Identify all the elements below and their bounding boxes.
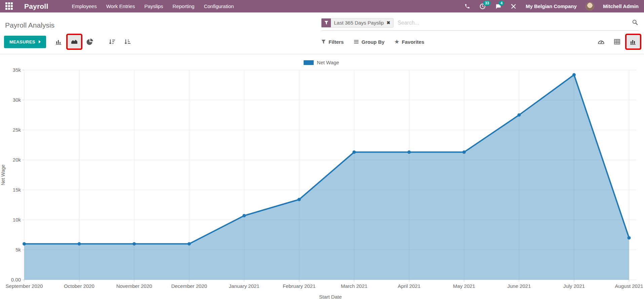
payroll-analysis-screen: Payroll Employees Work Entries Payslips … (0, 0, 644, 300)
facet-remove-icon[interactable]: ✖ (386, 20, 390, 25)
svg-text:July 2021: July 2021 (563, 283, 585, 289)
chevron-right-icon (39, 40, 41, 43)
svg-text:0.00: 0.00 (11, 277, 21, 282)
svg-text:25k: 25k (13, 127, 21, 133)
svg-text:February 2021: February 2021 (283, 283, 316, 289)
group-by-label: Group By (362, 39, 384, 45)
facet-label: Last 365 Days Payslip (334, 20, 384, 26)
search-menus: Filters Group By ★ Favorites (321, 39, 424, 45)
chart-area: Net Wage 0.005k10k15k20k25k30k35kSeptemb… (0, 54, 644, 300)
activity-count-badge: 33 (483, 1, 491, 6)
svg-text:January 2021: January 2021 (229, 283, 260, 289)
svg-text:Start Date: Start Date (319, 294, 342, 300)
menu-reporting[interactable]: Reporting (173, 3, 194, 9)
svg-text:30k: 30k (13, 97, 21, 103)
messages-icon[interactable]: 4 (495, 3, 501, 10)
menu-configuration[interactable]: Configuration (204, 3, 234, 9)
filters-icon (321, 39, 326, 44)
favorites-menu[interactable]: ★ Favorites (394, 39, 424, 45)
svg-text:November 2020: November 2020 (116, 283, 152, 289)
phone-icon[interactable] (464, 3, 470, 10)
developer-tools-icon[interactable] (510, 3, 517, 10)
apps-grid-icon[interactable] (5, 2, 13, 10)
svg-text:May 2021: May 2021 (453, 283, 475, 289)
pie-chart-icon[interactable] (83, 35, 97, 48)
page-title: Payroll Analysis (5, 21, 54, 29)
svg-text:10k: 10k (13, 217, 21, 223)
topbar-systray: 33 4 My Belgian Company Mitchell Admin (464, 2, 639, 11)
measures-label: MEASURES (9, 39, 35, 44)
top-menu: Employees Work Entries Payslips Reportin… (72, 3, 234, 9)
user-avatar[interactable] (585, 2, 594, 11)
pivot-view-icon[interactable] (610, 35, 624, 48)
company-switcher[interactable]: My Belgian Company (526, 3, 577, 9)
svg-text:October 2020: October 2020 (64, 283, 94, 289)
favorites-label: Favorites (402, 39, 424, 45)
measures-button[interactable]: MEASURES (4, 36, 46, 48)
menu-work-entries[interactable]: Work Entries (106, 3, 135, 9)
search-bar: Last 365 Days Payslip ✖ (321, 17, 639, 31)
filters-menu[interactable]: Filters (321, 39, 344, 45)
activity-clock-icon[interactable]: 33 (479, 3, 486, 10)
graph-view-icon[interactable] (627, 35, 640, 48)
group-by-menu[interactable]: Group By (354, 39, 384, 45)
user-menu[interactable]: Mitchell Admin (603, 3, 639, 9)
svg-text:35k: 35k (13, 67, 21, 73)
toolbar: MEASURES (0, 33, 644, 50)
search-icon[interactable] (632, 19, 638, 27)
dashboard-icon[interactable] (594, 35, 608, 48)
top-navbar: Payroll Employees Work Entries Payslips … (0, 0, 644, 12)
message-count-badge: 4 (499, 1, 504, 6)
menu-payslips[interactable]: Payslips (144, 3, 163, 9)
svg-text:April 2021: April 2021 (398, 283, 421, 289)
search-facet: Last 365 Days Payslip ✖ (321, 18, 393, 28)
svg-text:December 2020: December 2020 (171, 283, 207, 289)
payroll-chart: 0.005k10k15k20k25k30k35kSeptember 2020Oc… (0, 54, 644, 300)
favorites-icon: ★ (394, 39, 399, 45)
group-by-icon (354, 39, 359, 44)
search-input[interactable] (393, 20, 632, 26)
app-title[interactable]: Payroll (24, 2, 48, 10)
svg-text:September 2020: September 2020 (6, 283, 43, 289)
filter-funnel-icon (321, 19, 331, 27)
filters-label: Filters (329, 39, 344, 45)
control-panel: Payroll Analysis Last 365 Days Payslip ✖… (0, 12, 644, 54)
svg-text:Net Wage: Net Wage (0, 164, 6, 185)
svg-text:June 2021: June 2021 (507, 283, 531, 289)
svg-text:15k: 15k (13, 187, 21, 193)
menu-employees[interactable]: Employees (72, 3, 97, 9)
sort-asc-icon[interactable] (121, 35, 134, 48)
svg-text:August 2021: August 2021 (615, 283, 643, 289)
svg-text:March 2021: March 2021 (341, 283, 367, 289)
chart-type-switcher (52, 35, 134, 48)
svg-text:20k: 20k (13, 157, 21, 163)
svg-text:5k: 5k (15, 247, 21, 253)
area-chart-icon[interactable] (68, 35, 81, 48)
view-switcher (594, 35, 640, 48)
bar-chart-icon[interactable] (52, 35, 66, 48)
sort-desc-icon[interactable] (105, 35, 119, 48)
